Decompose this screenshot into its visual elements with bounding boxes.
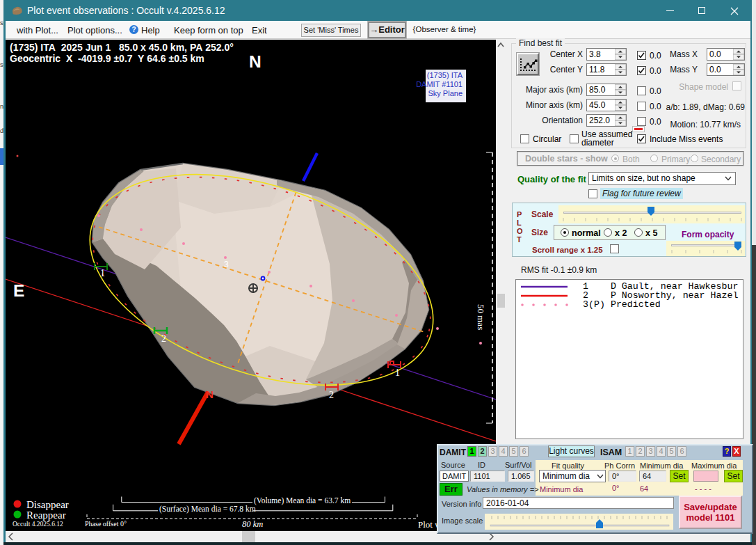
svg-text:N: N bbox=[249, 52, 262, 71]
svg-text:(1735) ITA 2025 Jun 1 85.0: (1735) ITA 2025 Jun 1 85.0 x 45.0 km, PA… bbox=[10, 42, 234, 53]
svg-text:Disappear: Disappear bbox=[26, 499, 69, 510]
svg-text:(Volume) Mean dia = 63.7 km: (Volume) Mean dia = 63.7 km bbox=[254, 496, 351, 505]
svg-text:1: 1 bbox=[100, 268, 105, 278]
svg-text:50 mas: 50 mas bbox=[476, 304, 486, 330]
svg-text:Geocentric X -4019.9 ±0.7 Y: Geocentric X -4019.9 ±0.7 Y 64.6 ±0.5 km bbox=[10, 53, 204, 64]
svg-text:(Surface) Mean dia = 67.8 km: (Surface) Mean dia = 67.8 km bbox=[159, 505, 256, 514]
svg-text:80 km: 80 km bbox=[242, 519, 263, 529]
svg-text:Phase offset 0°: Phase offset 0° bbox=[85, 520, 127, 528]
svg-text:2: 2 bbox=[161, 333, 166, 344]
svg-text:Occult 4.2025.6.12: Occult 4.2025.6.12 bbox=[13, 521, 63, 528]
svg-text:DAMIT #1101: DAMIT #1101 bbox=[416, 80, 463, 88]
svg-text:N: N bbox=[206, 388, 214, 400]
svg-text:(1735) ITA: (1735) ITA bbox=[427, 71, 463, 79]
svg-text:Sky Plane: Sky Plane bbox=[428, 89, 463, 97]
svg-text:E: E bbox=[13, 281, 24, 300]
svg-text:3: 3 bbox=[224, 260, 229, 269]
svg-text:Reappear: Reappear bbox=[26, 510, 66, 521]
svg-text:1: 1 bbox=[395, 368, 400, 378]
svg-text:2: 2 bbox=[329, 390, 334, 400]
